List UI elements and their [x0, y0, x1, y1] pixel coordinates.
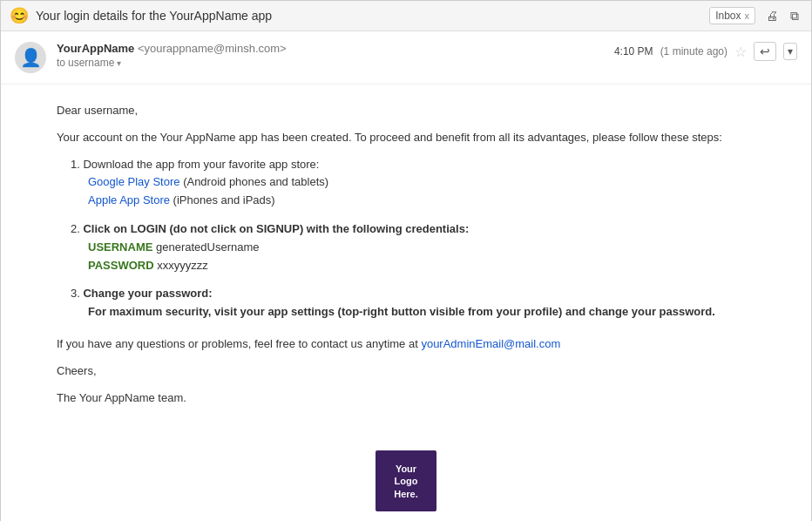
email-time-relative: (1 minute ago) [660, 45, 727, 58]
apple-app-store-link[interactable]: Apple App Store [88, 193, 170, 206]
to-prefix: to [57, 57, 65, 69]
step3-heading: Change your password: [83, 287, 212, 300]
steps-list: 1. Download the app from your favorite a… [71, 156, 790, 321]
reply-button[interactable]: ↩ [754, 42, 776, 61]
step2-text: Click on LOGIN (do not click on SIGNUP) … [83, 222, 469, 235]
intro-text: Your account on the Your AppName app has… [57, 129, 790, 147]
email-subject: Your login details for the YourAppName a… [36, 9, 702, 23]
step1-label: 1. [71, 158, 80, 171]
more-button[interactable]: ▾ [783, 43, 797, 60]
email-time: 4:10 PM [614, 45, 653, 58]
contact-line: If you have any questions or problems, f… [57, 335, 790, 354]
step1-link2-sub-text: (iPhones and iPads) [173, 193, 275, 206]
sender-name: YourAppName [57, 42, 134, 55]
sender-name-line: YourAppName <yourappname@minsh.com> [57, 42, 614, 55]
username-val-text: generatedUsername [156, 240, 260, 254]
step3-label: 3. [71, 287, 80, 300]
title-bar: 😊 Your login details for the YourAppName… [1, 1, 811, 31]
email-window: 😊 Your login details for the YourAppName… [0, 0, 812, 521]
email-meta: 4:10 PM (1 minute ago) ☆ ↩ ▾ [614, 42, 797, 61]
avatar-icon: 👤 [20, 47, 42, 68]
step1-link2-line: Apple App Store (iPhones and iPads) [88, 192, 790, 210]
to-dropdown-icon[interactable]: ▾ [117, 58, 121, 68]
print-button[interactable]: 🖨 [762, 7, 782, 25]
step-3: 3. Change your password: For maximum sec… [71, 285, 790, 321]
email-header: 👤 YourAppName <yourappname@minsh.com> to… [1, 31, 811, 85]
team-signature: The Your AppName team. [57, 389, 790, 408]
logo-placeholder-box: YourLogoHere. [376, 450, 436, 511]
password-val-text: xxxyyyzzz [157, 259, 208, 272]
step1-link1-line: Google Play Store (Android phones and ta… [88, 173, 790, 192]
title-emoji: 😊 [10, 6, 29, 25]
username-line: USERNAME generatedUsername [88, 239, 790, 257]
inbox-tab-close[interactable]: x [745, 10, 750, 21]
step2-credentials: USERNAME generatedUsername PASSWORD xxxy… [88, 239, 790, 275]
logo-section: YourLogoHere. [1, 433, 811, 521]
new-window-button[interactable]: ⧉ [787, 7, 802, 25]
to-recipient: username [68, 57, 114, 69]
step1-links: Google Play Store (Android phones and ta… [88, 173, 790, 210]
cheers: Cheers, [57, 362, 790, 381]
step3-text: For maximum security, visit your app set… [88, 305, 715, 318]
step-2: 2. Click on LOGIN (do not click on SIGNU… [71, 220, 790, 274]
step1-text: Download the app from your favorite app … [83, 158, 319, 171]
greeting: Dear username, [57, 102, 790, 120]
step1-link1-sub-text: (Android phones and tablets) [183, 175, 328, 188]
sender-avatar: 👤 [15, 42, 46, 73]
to-line: to username ▾ [57, 57, 614, 69]
email-body: Dear username, Your account on the Your … [1, 85, 811, 433]
password-line: PASSWORD xxxyyyzzz [88, 257, 790, 275]
username-label: USERNAME [88, 240, 152, 254]
password-label: PASSWORD [88, 259, 154, 272]
star-button[interactable]: ☆ [734, 44, 747, 60]
inbox-tab-label: Inbox [715, 10, 741, 22]
contact-prefix: If you have any questions or problems, f… [57, 337, 418, 350]
step3-detail: For maximum security, visit your app set… [88, 303, 790, 321]
sender-email: <yourappname@minsh.com> [138, 42, 287, 55]
inbox-tab[interactable]: Inbox x [709, 7, 755, 24]
contact-email[interactable]: yourAdminEmail@mail.com [421, 337, 560, 350]
google-play-link[interactable]: Google Play Store [88, 175, 180, 188]
step-1: 1. Download the app from your favorite a… [71, 156, 790, 210]
title-bar-actions: 🖨 ⧉ [762, 7, 802, 25]
sender-info: YourAppName <yourappname@minsh.com> to u… [57, 42, 614, 69]
step2-label: 2. [71, 222, 80, 235]
logo-text: YourLogoHere. [394, 463, 418, 500]
